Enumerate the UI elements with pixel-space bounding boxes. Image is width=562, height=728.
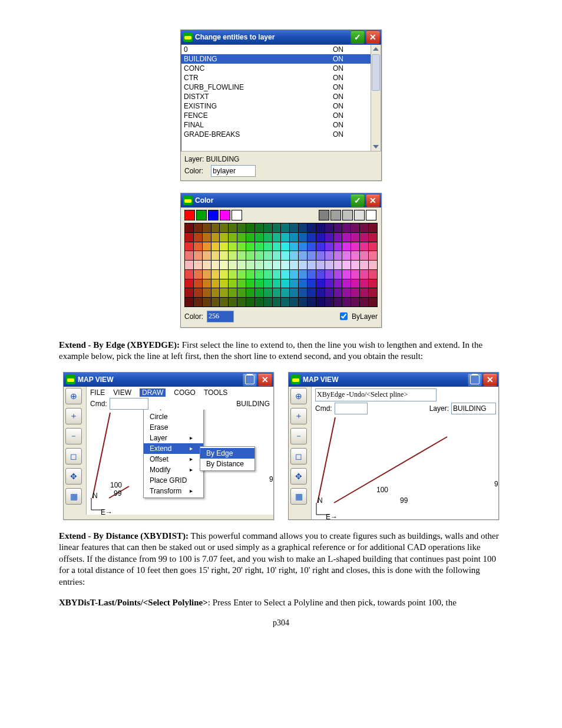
grid-swatch[interactable] (263, 232, 272, 242)
menu-file[interactable]: FILE (90, 388, 105, 397)
grid-swatch[interactable] (280, 251, 289, 260)
extend-submenu[interactable]: By EdgeBy Distance (200, 446, 255, 471)
grid-swatch[interactable] (246, 297, 254, 307)
grid-swatch[interactable] (219, 279, 228, 288)
grid-swatch[interactable] (263, 297, 272, 307)
grid-swatch[interactable] (193, 297, 202, 307)
grid-swatch[interactable] (351, 279, 359, 288)
menu-view[interactable]: VIEW (113, 388, 131, 397)
pan-tool[interactable]: ✥ (290, 468, 307, 485)
grid-swatch[interactable] (325, 232, 333, 242)
dialog-titlebar[interactable]: MAP VIEW ✕ (64, 373, 273, 387)
grid-swatch[interactable] (307, 223, 316, 232)
color-index-input[interactable] (207, 311, 234, 322)
grid-swatch[interactable] (184, 242, 193, 251)
grid-swatch[interactable] (316, 297, 325, 307)
grid-swatch[interactable] (272, 232, 281, 242)
grid-swatch[interactable] (333, 269, 342, 279)
menubar[interactable]: FILE VIEW DRAW COGO TOOLS (87, 387, 273, 397)
menu-item[interactable]: Extend (144, 443, 203, 454)
grid-swatch[interactable] (184, 279, 193, 288)
layer-input[interactable] (451, 403, 496, 414)
zoom-window-tool[interactable]: ◻ (65, 448, 82, 465)
layer-row[interactable]: CTRON (181, 73, 371, 83)
grid-swatch[interactable] (254, 288, 263, 297)
grid-swatch[interactable] (228, 288, 237, 297)
layer-row[interactable]: FENCEON (181, 111, 371, 120)
grid-swatch[interactable] (263, 251, 272, 260)
grid-swatch[interactable] (307, 251, 316, 260)
close-button[interactable]: ✕ (258, 373, 272, 386)
grid-swatch[interactable] (193, 251, 202, 260)
grid-swatch[interactable] (228, 269, 237, 279)
layer-list[interactable]: 0ONBUILDINGONCONCONCTRONCURB_FLOWLINEOND… (181, 44, 371, 151)
grid-swatch[interactable] (359, 232, 368, 242)
grid-swatch[interactable] (307, 242, 316, 251)
grid-swatch[interactable] (237, 251, 246, 260)
layer-row[interactable]: 0ON (181, 45, 371, 54)
zoom-in-tool[interactable]: ＋ (290, 408, 307, 424)
grid-swatch[interactable] (219, 223, 228, 232)
grid-swatch[interactable] (263, 242, 272, 251)
cmd-prompt-input[interactable] (315, 388, 437, 401)
view-tool[interactable]: ▦ (290, 488, 307, 505)
grid-swatch[interactable] (228, 260, 237, 269)
grid-swatch[interactable] (325, 288, 333, 297)
gray-swatch[interactable] (366, 210, 376, 220)
grid-swatch[interactable] (280, 279, 289, 288)
grid-swatch[interactable] (254, 279, 263, 288)
grid-swatch[interactable] (280, 242, 289, 251)
dialog-titlebar[interactable]: MAP VIEW ✕ (289, 373, 498, 387)
grid-swatch[interactable] (272, 242, 281, 251)
grid-swatch[interactable] (237, 242, 246, 251)
zoom-window-tool[interactable]: ◻ (290, 448, 307, 465)
close-button[interactable]: ✕ (366, 31, 380, 44)
dialog-titlebar[interactable]: Color ✓ ✕ (181, 193, 381, 207)
color-grid[interactable] (181, 220, 381, 308)
grid-swatch[interactable] (263, 279, 272, 288)
grid-swatch[interactable] (342, 232, 351, 242)
grid-swatch[interactable] (254, 232, 263, 242)
menu-item[interactable]: Place GRID (144, 475, 203, 486)
grid-swatch[interactable] (351, 297, 359, 307)
gray-swatch[interactable] (342, 210, 353, 220)
grid-swatch[interactable] (351, 288, 359, 297)
menu-item[interactable]: Circle (144, 411, 203, 422)
grid-swatch[interactable] (280, 232, 289, 242)
grid-swatch[interactable] (184, 288, 193, 297)
ok-button[interactable]: ✓ (351, 31, 365, 44)
grid-swatch[interactable] (254, 260, 263, 269)
grid-swatch[interactable] (351, 242, 359, 251)
grid-swatch[interactable] (272, 260, 281, 269)
view-tool[interactable]: ▦ (65, 488, 82, 505)
grid-swatch[interactable] (307, 232, 316, 242)
close-button[interactable]: ✕ (483, 373, 497, 386)
grid-swatch[interactable] (351, 260, 359, 269)
cmd-input[interactable] (110, 398, 148, 410)
grid-swatch[interactable] (298, 279, 307, 288)
grid-swatch[interactable] (184, 260, 193, 269)
gray-swatch[interactable] (330, 210, 341, 220)
submenu-item[interactable]: By Edge (200, 448, 254, 459)
grid-swatch[interactable] (219, 232, 228, 242)
grid-swatch[interactable] (237, 297, 246, 307)
grid-swatch[interactable] (289, 288, 298, 297)
grid-swatch[interactable] (246, 242, 254, 251)
grid-swatch[interactable] (237, 232, 246, 242)
grid-swatch[interactable] (202, 269, 211, 279)
grid-swatch[interactable] (184, 251, 193, 260)
zoom-out-tool[interactable]: － (290, 428, 307, 444)
grid-swatch[interactable] (359, 223, 368, 232)
grid-swatch[interactable] (202, 297, 211, 307)
grid-swatch[interactable] (272, 288, 281, 297)
grid-swatch[interactable] (237, 223, 246, 232)
grid-swatch[interactable] (202, 288, 211, 297)
grid-swatch[interactable] (246, 288, 254, 297)
grid-swatch[interactable] (289, 242, 298, 251)
grid-swatch[interactable] (289, 269, 298, 279)
grid-swatch[interactable] (289, 260, 298, 269)
layer-row[interactable]: DISTXTON (181, 92, 371, 101)
close-button[interactable]: ✕ (366, 194, 380, 207)
grid-swatch[interactable] (211, 269, 220, 279)
menu-item[interactable]: Erase (144, 422, 203, 433)
